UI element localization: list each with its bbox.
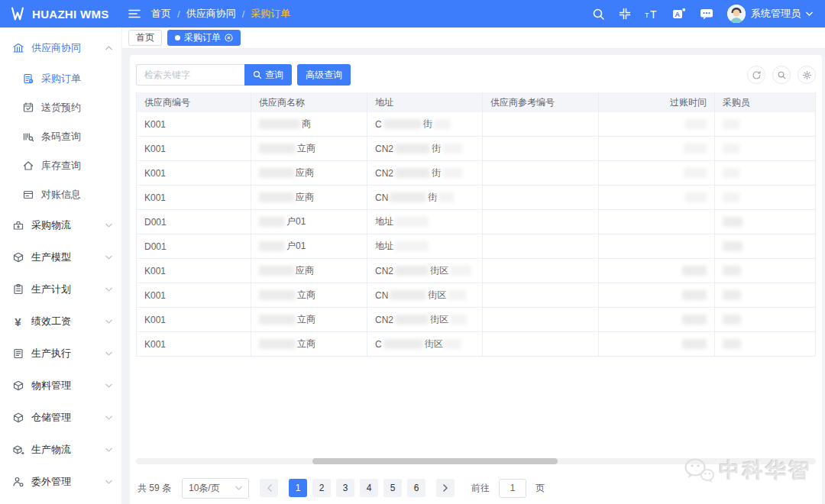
- cell-supplier-ref: [483, 186, 599, 209]
- page-button-2[interactable]: 2: [312, 479, 331, 497]
- advanced-query-button[interactable]: 高级查询: [297, 64, 351, 86]
- sidebar-group-production-plan[interactable]: 生产计划: [0, 273, 121, 305]
- table-row[interactable]: K001 立商 CN2街: [137, 137, 816, 161]
- col-address[interactable]: 地址: [367, 92, 483, 112]
- col-post-time[interactable]: 过账时间: [599, 92, 715, 112]
- sidebar: 供应商协同 采购订单 送货预约 条码查询: [0, 27, 122, 504]
- sidebar-item-purchase-orders[interactable]: 采购订单: [0, 64, 121, 93]
- font-size-icon[interactable]: TT: [645, 8, 658, 20]
- table-row[interactable]: K001 应商 CN街: [137, 186, 816, 210]
- page-button-3[interactable]: 3: [336, 479, 354, 497]
- sidebar-group-production-execution[interactable]: 生产执行: [0, 338, 121, 370]
- cell-supplier-ref: [483, 210, 599, 234]
- sidebar-group-performance-salary[interactable]: ¥ 绩效工资: [0, 305, 121, 338]
- query-button-label: 查询: [265, 69, 283, 82]
- tab-home[interactable]: 首页: [128, 30, 162, 46]
- sidebar-item-label: 库存查询: [41, 159, 81, 173]
- tab-close-icon[interactable]: [225, 34, 233, 42]
- table-row[interactable]: D001 户01 地址: [137, 210, 816, 234]
- message-icon[interactable]: [700, 8, 713, 20]
- building-icon: [11, 42, 24, 55]
- refresh-button[interactable]: [747, 66, 765, 84]
- huazhi-logo-icon: [9, 5, 26, 22]
- total-count: 共 59 条: [138, 482, 171, 495]
- breadcrumb-supplier-collab[interactable]: 供应商协同: [186, 7, 236, 21]
- page-button-6[interactable]: 6: [407, 479, 425, 497]
- package-icon: [11, 412, 24, 425]
- sidebar-group-material-management[interactable]: 物料管理: [0, 370, 121, 402]
- table-row[interactable]: K001 立商 CN街区: [137, 283, 816, 308]
- page-button-4[interactable]: 4: [360, 479, 378, 497]
- sidebar-group-outsourcing-management[interactable]: 委外管理: [0, 466, 121, 498]
- search-input[interactable]: [136, 64, 244, 86]
- caret-down-icon: [806, 11, 813, 16]
- page-size-select[interactable]: 10条/页: [182, 478, 249, 499]
- page-button-5[interactable]: 5: [383, 479, 402, 497]
- cell-buyer: [715, 161, 816, 185]
- svg-text:A: A: [675, 11, 681, 18]
- cell-post-time: [599, 332, 715, 356]
- cell-supplier-name: 立商: [251, 308, 367, 331]
- table-row[interactable]: K001 应商 CN2街: [137, 161, 816, 186]
- fullscreen-compress-icon[interactable]: [619, 8, 631, 20]
- table-row[interactable]: D001 户01 地址: [137, 234, 816, 259]
- breadcrumb-current: 采购订单: [251, 7, 290, 21]
- cell-post-time: [599, 259, 715, 283]
- chevron-down-icon: [235, 486, 242, 490]
- sidebar-item-inventory-query[interactable]: 库存查询: [0, 151, 121, 180]
- breadcrumb-home[interactable]: 首页: [151, 7, 171, 21]
- search-icon[interactable]: [592, 8, 605, 21]
- prev-page-button[interactable]: [260, 479, 278, 497]
- cell-supplier-code: K001: [137, 308, 251, 331]
- table-row[interactable]: K001 立商 C街区: [137, 332, 816, 357]
- cell-buyer: [715, 308, 816, 331]
- query-button[interactable]: 查询: [244, 64, 292, 86]
- table-row[interactable]: K001 应商 CN2街区: [137, 259, 816, 283]
- sidebar-group-purchase-logistics[interactable]: 采购物流: [0, 209, 121, 241]
- home-icon: [21, 160, 34, 173]
- horizontal-scrollbar: [136, 458, 816, 464]
- goto-page-input[interactable]: [499, 479, 526, 498]
- user-menu[interactable]: 系统管理员: [727, 5, 813, 23]
- cell-buyer: [715, 112, 816, 136]
- cell-post-time: [599, 234, 715, 258]
- chevron-up-icon: [105, 46, 112, 50]
- tab-bar: 首页 采购订单: [122, 27, 825, 49]
- statement-card-icon: [21, 189, 34, 202]
- cell-supplier-code: K001: [137, 186, 251, 209]
- sidebar-item-reconciliation[interactable]: 对账信息: [0, 180, 121, 209]
- sidebar-group-production-logistics[interactable]: 生产物流: [0, 434, 121, 466]
- cell-address: CN街: [367, 186, 483, 209]
- sidebar-group-label: 绩效工资: [31, 315, 71, 328]
- sidebar-item-barcode-query[interactable]: 条码查询: [0, 122, 121, 151]
- sidebar-collapse-icon[interactable]: [128, 8, 141, 19]
- sidebar-group-production-model[interactable]: 生产模型: [0, 241, 121, 273]
- tab-purchase-orders[interactable]: 采购订单: [167, 30, 241, 46]
- cell-supplier-code: K001: [137, 332, 251, 356]
- cell-supplier-name: 应商: [251, 186, 367, 209]
- sidebar-item-delivery-booking[interactable]: 送货预约: [0, 93, 121, 122]
- sidebar-group-warehouse-management[interactable]: 仓储管理: [0, 402, 121, 434]
- scrollbar-thumb[interactable]: [312, 458, 557, 464]
- table-row[interactable]: K001 立商 CN2街区: [137, 308, 816, 332]
- cube-icon: [11, 251, 24, 264]
- sidebar-group-label: 生产物流: [31, 443, 71, 457]
- col-buyer[interactable]: 采购员: [715, 92, 816, 112]
- col-supplier-name[interactable]: 供应商名称: [251, 92, 367, 112]
- next-page-button[interactable]: [436, 479, 455, 497]
- settings-gear-button[interactable]: [798, 66, 816, 84]
- breadcrumb-separator: /: [242, 8, 245, 20]
- table-row[interactable]: K001 商 C街: [137, 112, 816, 137]
- col-supplier-code[interactable]: 供应商编号: [137, 92, 251, 112]
- translate-icon[interactable]: A: [672, 8, 686, 20]
- svg-text:T: T: [645, 11, 649, 19]
- cell-supplier-ref: [483, 112, 599, 136]
- sidebar-item-label: 采购订单: [41, 72, 81, 86]
- page-button-1[interactable]: 1: [289, 479, 307, 497]
- search-toggle-button[interactable]: [772, 66, 791, 84]
- cell-buyer: [715, 259, 816, 283]
- query-toolbar: 查询 高级查询: [136, 64, 816, 86]
- col-supplier-ref[interactable]: 供应商参考编号: [483, 92, 599, 112]
- user-name: 系统管理员: [751, 7, 801, 21]
- sidebar-group-supplier-collab[interactable]: 供应商协同: [0, 32, 121, 64]
